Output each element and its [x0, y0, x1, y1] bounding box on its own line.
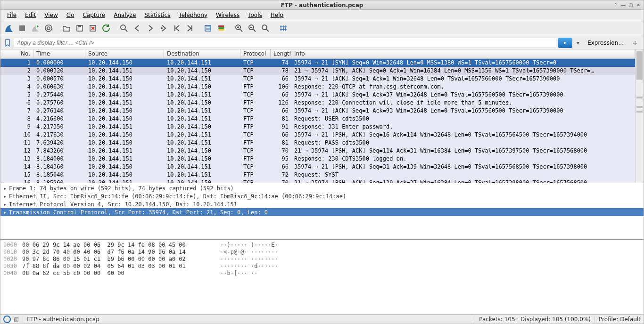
toolbar: [0, 20, 644, 36]
svg-rect-9: [218, 25, 224, 27]
packet-row[interactable]: 20.00032010.20.144.15110.20.144.150TCP78…: [0, 67, 635, 75]
bytes-row[interactable]: 001000 3c 2d 70 40 00 40 06 d7 f6 0a 14 …: [3, 249, 641, 256]
app-window: FTP - authentication.pcap ⌃ — ▢ ✕ File E…: [0, 0, 644, 324]
svg-rect-4: [78, 25, 81, 27]
menu-wireless[interactable]: Wireless: [212, 11, 243, 19]
bytes-row[interactable]: 00307f 88 8f da 00 00 02 04 05 64 01 03 …: [3, 263, 641, 270]
menu-bar: File Edit View Go Capture Analyze Statis…: [0, 10, 644, 20]
packet-row[interactable]: 104.21763010.20.144.15010.20.144.151TCP6…: [0, 131, 635, 139]
svg-point-6: [121, 25, 125, 30]
detail-row[interactable]: ▸Ethernet II, Src: IbmRisc6_9c:14:fe (00…: [0, 192, 644, 200]
zoom-reset-button[interactable]: [260, 23, 271, 34]
packet-list-pane: No. Time Source Destination Protocol Len…: [0, 49, 644, 183]
minimize-button[interactable]: —: [620, 1, 627, 8]
packet-details-pane[interactable]: ▸Frame 1: 74 bytes on wire (592 bits), 7…: [0, 183, 644, 240]
save-file-button[interactable]: [74, 23, 85, 34]
go-to-packet-button[interactable]: [158, 23, 169, 34]
close-button[interactable]: ✕: [635, 1, 642, 8]
menu-tools[interactable]: Tools: [244, 11, 266, 19]
packet-row[interactable]: 158.18504010.20.144.15010.20.144.151FTP7…: [0, 171, 635, 179]
resize-columns-button[interactable]: [278, 23, 289, 34]
packet-row[interactable]: 94.21735010.20.144.15110.20.144.150FTP91…: [0, 123, 635, 131]
col-protocol[interactable]: Protocol: [240, 49, 271, 58]
menu-statistics[interactable]: Statistics: [140, 11, 174, 19]
zoom-in-button[interactable]: [233, 23, 245, 34]
collapse-button[interactable]: ⌃: [612, 1, 619, 8]
col-info[interactable]: Info: [291, 49, 635, 58]
menu-capture[interactable]: Capture: [79, 11, 109, 19]
colorize-button[interactable]: [215, 23, 227, 34]
status-bar: ▨ FTP - authentication.pcap Packets: 105…: [0, 314, 644, 324]
col-length[interactable]: Length: [271, 49, 291, 58]
menu-analyze[interactable]: Analyze: [110, 11, 140, 19]
filter-dropdown-icon[interactable]: ▾: [574, 40, 582, 46]
svg-rect-10: [218, 27, 224, 29]
menu-telephony[interactable]: Telephony: [175, 11, 211, 19]
go-back-button[interactable]: [132, 23, 143, 34]
capture-file-properties-icon[interactable]: ▨: [14, 316, 19, 323]
bytes-row[interactable]: 000000 06 29 9c 14 ae 00 06 29 9c 14 fe …: [3, 242, 641, 249]
status-file: FTP - authentication.pcap: [27, 316, 471, 323]
zoom-out-button[interactable]: [247, 23, 258, 34]
status-packets: Packets: 105 · Displayed: 105 (100.0%): [479, 316, 591, 323]
packet-row[interactable]: 84.21660010.20.144.15010.20.144.151FTP81…: [0, 115, 635, 123]
chevron-right-icon: ▸: [3, 209, 9, 216]
menu-view[interactable]: View: [41, 11, 61, 19]
col-no[interactable]: No.: [0, 49, 33, 58]
packet-row[interactable]: 127.84326010.20.144.15110.20.144.150TCP7…: [0, 147, 635, 155]
packet-row[interactable]: 117.63942010.20.144.15010.20.144.151FTP8…: [0, 139, 635, 147]
detail-row[interactable]: ▸Frame 1: 74 bytes on wire (592 bits), 7…: [0, 184, 644, 192]
bookmark-icon[interactable]: [3, 39, 12, 47]
apply-filter-button[interactable]: [558, 38, 572, 48]
bytes-row[interactable]: 002090 97 8c 86 00 15 01 c1 b9 b6 00 00 …: [3, 256, 641, 263]
expert-info-icon[interactable]: [3, 316, 11, 323]
svg-point-2: [47, 27, 50, 30]
menu-file[interactable]: File: [3, 11, 20, 19]
packet-row[interactable]: 50.27544010.20.144.15010.20.144.151TCP66…: [0, 91, 635, 99]
window-controls: ⌃ — ▢ ✕: [612, 1, 642, 8]
detail-row[interactable]: ▸Transmission Control Protocol, Src Port…: [0, 208, 644, 216]
packet-list-body[interactable]: 10.00000010.20.144.15010.20.144.151TCP74…: [0, 59, 635, 183]
packet-row[interactable]: 60.27576010.20.144.15110.20.144.150FTP12…: [0, 99, 635, 107]
detail-row[interactable]: ▸Internet Protocol Version 4, Src: 10.20…: [0, 200, 644, 208]
maximize-button[interactable]: ▢: [627, 1, 634, 8]
display-filter-input[interactable]: [14, 38, 556, 48]
col-destination[interactable]: Destination: [164, 49, 240, 58]
chevron-right-icon: ▸: [3, 201, 9, 208]
restart-capture-button[interactable]: [30, 23, 41, 34]
packet-row[interactable]: 40.06063010.20.144.15110.20.144.150FTP10…: [0, 83, 635, 91]
packet-row[interactable]: 138.18400010.20.144.15110.20.144.150FTP9…: [0, 155, 635, 163]
svg-rect-0: [19, 25, 25, 31]
menu-go[interactable]: Go: [63, 11, 78, 19]
stop-capture-button[interactable]: [17, 23, 28, 34]
packet-list-header: No. Time Source Destination Protocol Len…: [0, 49, 635, 59]
col-time[interactable]: Time: [33, 49, 85, 58]
auto-scroll-button[interactable]: [202, 23, 214, 34]
packet-row[interactable]: 10.00000010.20.144.15010.20.144.151TCP74…: [0, 59, 635, 67]
bytes-row[interactable]: 004008 0a 62 cc 5b c0 00 00 00 00··b·[··…: [3, 270, 641, 277]
packet-bytes-pane[interactable]: 000000 06 29 9c 14 ae 00 06 29 9c 14 fe …: [0, 240, 644, 314]
window-title: FTP - authentication.pcap: [0, 2, 644, 8]
status-profile[interactable]: Profile: Default: [599, 316, 641, 323]
open-file-button[interactable]: [61, 23, 72, 34]
svg-point-1: [45, 25, 52, 32]
go-first-button[interactable]: [171, 23, 182, 34]
find-packet-button[interactable]: [118, 23, 130, 34]
packet-row[interactable]: 30.00057010.20.144.15010.20.144.151TCP66…: [0, 75, 635, 83]
go-forward-button[interactable]: [145, 23, 156, 34]
go-last-button[interactable]: [184, 23, 196, 34]
packet-row[interactable]: 148.18436010.20.144.15010.20.144.151TCP6…: [0, 163, 635, 171]
capture-options-button[interactable]: [43, 23, 54, 34]
packet-row[interactable]: 168.18526010.20.144.15110.20.144.150TCP7…: [0, 179, 635, 183]
minimap[interactable]: [635, 49, 644, 183]
col-source[interactable]: Source: [85, 49, 164, 58]
add-filter-button[interactable]: +: [629, 38, 641, 48]
menu-edit[interactable]: Edit: [21, 11, 40, 19]
menu-help[interactable]: Help: [267, 11, 287, 19]
svg-point-14: [262, 25, 267, 30]
packet-row[interactable]: 70.27614010.20.144.15010.20.144.151TCP66…: [0, 107, 635, 115]
close-file-button[interactable]: [87, 23, 99, 34]
reload-button[interactable]: [100, 23, 112, 34]
shark-fin-icon[interactable]: [3, 23, 15, 34]
expression-button[interactable]: Expression…: [584, 39, 627, 47]
